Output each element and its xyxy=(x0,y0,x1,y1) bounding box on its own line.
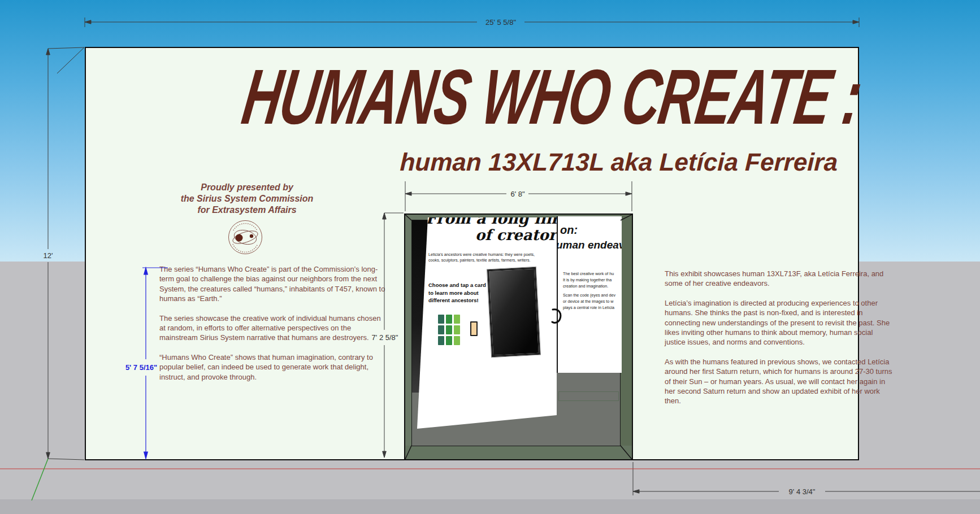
dimension-total-width: 25' 5 5/8" xyxy=(485,18,516,27)
exhibit-subtitle: human 13XL713L aka Letícia Ferreira xyxy=(339,148,899,176)
presented-by-line2: the Sirius System Commission xyxy=(174,193,320,204)
left-wall-text: The series “Humans Who Create” is part o… xyxy=(159,264,388,391)
dimension-opening-height: 7' 2 5/8" xyxy=(372,333,398,342)
exhibit-alcove: on: uman endeav The best creative work o… xyxy=(404,214,633,460)
left-paragraph-1: The series “Humans Who Create” is part o… xyxy=(159,264,388,304)
model-viewport[interactable]: HUMANS WHO CREATE : human 13XL713L aka L… xyxy=(0,0,980,514)
right-wall-text: This exhibit showcases human 13XL713F, a… xyxy=(665,269,893,416)
ground-edge-band xyxy=(0,499,980,514)
dimension-opening-width: 6' 8" xyxy=(510,190,524,198)
exhibit-title: HUMANS WHO CREATE : xyxy=(237,54,680,139)
right-paragraph-2: Letícia’s imagination is directed at pro… xyxy=(665,298,893,347)
left-paragraph-2: The series showcase the creative work of… xyxy=(159,313,388,343)
dimension-text-block-height: 5' 7 5/16" xyxy=(125,363,157,372)
dimension-right-offset: 9' 4 3/4" xyxy=(789,487,816,496)
right-paragraph-3: As with the humans featured in previous … xyxy=(665,357,893,406)
right-paragraph-1: This exhibit showcases human 13XL713F, a… xyxy=(665,269,893,289)
dimension-total-height: 12' xyxy=(44,251,53,260)
sirius-commission-logo-icon xyxy=(225,219,266,258)
presented-by-line1: Proudly presented by xyxy=(174,182,320,193)
frame-bevel-lines xyxy=(405,215,632,459)
presented-by-text: Proudly presented by the Sirius System C… xyxy=(174,182,320,216)
presented-by-line3: for Extrasystem Affairs xyxy=(174,204,320,216)
left-paragraph-3: “Humans Who Create” shows that human ima… xyxy=(159,352,388,382)
